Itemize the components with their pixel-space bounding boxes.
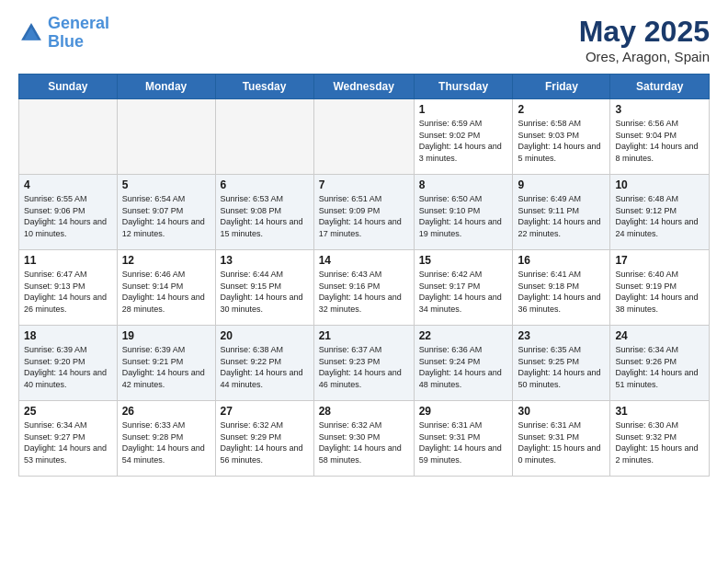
calendar-cell — [19, 99, 118, 175]
logo: General Blue — [18, 15, 109, 52]
day-info: Sunrise: 6:54 AM Sunset: 9:07 PM Dayligh… — [122, 193, 210, 239]
day-number: 18 — [24, 329, 112, 342]
calendar-cell: 27Sunrise: 6:32 AM Sunset: 9:29 PM Dayli… — [215, 401, 313, 477]
calendar-cell: 29Sunrise: 6:31 AM Sunset: 9:31 PM Dayli… — [414, 401, 513, 477]
calendar-cell — [117, 99, 215, 175]
day-number: 4 — [24, 178, 112, 191]
calendar-cell: 17Sunrise: 6:40 AM Sunset: 9:19 PM Dayli… — [610, 250, 710, 326]
calendar-cell: 15Sunrise: 6:42 AM Sunset: 9:17 PM Dayli… — [414, 250, 513, 326]
day-number: 19 — [122, 329, 210, 342]
day-info: Sunrise: 6:32 AM Sunset: 9:30 PM Dayligh… — [319, 419, 409, 465]
day-info: Sunrise: 6:35 AM Sunset: 9:25 PM Dayligh… — [518, 344, 605, 390]
col-wednesday: Wednesday — [313, 75, 414, 99]
day-info: Sunrise: 6:33 AM Sunset: 9:28 PM Dayligh… — [122, 419, 210, 465]
day-number: 11 — [24, 254, 112, 267]
day-info: Sunrise: 6:37 AM Sunset: 9:23 PM Dayligh… — [319, 344, 409, 390]
day-number: 1 — [419, 103, 508, 116]
day-number: 23 — [518, 329, 605, 342]
day-number: 24 — [615, 329, 704, 342]
month-title: May 2025 — [579, 15, 710, 49]
day-number: 31 — [615, 405, 704, 418]
calendar-cell: 21Sunrise: 6:37 AM Sunset: 9:23 PM Dayli… — [313, 326, 414, 401]
day-info: Sunrise: 6:48 AM Sunset: 9:12 PM Dayligh… — [615, 193, 704, 239]
day-info: Sunrise: 6:55 AM Sunset: 9:06 PM Dayligh… — [24, 193, 112, 239]
day-number: 15 — [419, 254, 508, 267]
calendar-week-2: 4Sunrise: 6:55 AM Sunset: 9:06 PM Daylig… — [19, 175, 710, 250]
day-number: 21 — [319, 329, 409, 342]
day-number: 28 — [319, 405, 409, 418]
day-number: 3 — [615, 103, 704, 116]
logo-line2: Blue — [48, 32, 84, 51]
day-number: 9 — [518, 178, 605, 191]
day-number: 13 — [221, 254, 309, 267]
day-number: 26 — [122, 405, 210, 418]
calendar-cell: 9Sunrise: 6:49 AM Sunset: 9:11 PM Daylig… — [513, 175, 610, 250]
day-number: 20 — [221, 329, 309, 342]
day-number: 5 — [122, 178, 210, 191]
day-info: Sunrise: 6:59 AM Sunset: 9:02 PM Dayligh… — [419, 118, 508, 164]
calendar-cell: 20Sunrise: 6:38 AM Sunset: 9:22 PM Dayli… — [215, 326, 313, 401]
col-tuesday: Tuesday — [215, 75, 313, 99]
day-info: Sunrise: 6:49 AM Sunset: 9:11 PM Dayligh… — [518, 193, 605, 239]
calendar-cell: 3Sunrise: 6:56 AM Sunset: 9:04 PM Daylig… — [610, 99, 710, 175]
day-info: Sunrise: 6:31 AM Sunset: 9:31 PM Dayligh… — [518, 419, 605, 465]
calendar-cell: 22Sunrise: 6:36 AM Sunset: 9:24 PM Dayli… — [414, 326, 513, 401]
calendar-cell: 11Sunrise: 6:47 AM Sunset: 9:13 PM Dayli… — [19, 250, 118, 326]
calendar-cell: 8Sunrise: 6:50 AM Sunset: 9:10 PM Daylig… — [414, 175, 513, 250]
day-info: Sunrise: 6:58 AM Sunset: 9:03 PM Dayligh… — [518, 118, 605, 164]
calendar-cell: 18Sunrise: 6:39 AM Sunset: 9:20 PM Dayli… — [19, 326, 118, 401]
calendar-cell: 12Sunrise: 6:46 AM Sunset: 9:14 PM Dayli… — [117, 250, 215, 326]
day-number: 17 — [615, 254, 704, 267]
calendar-cell: 2Sunrise: 6:58 AM Sunset: 9:03 PM Daylig… — [513, 99, 610, 175]
logo-icon — [18, 20, 44, 46]
day-info: Sunrise: 6:32 AM Sunset: 9:29 PM Dayligh… — [221, 419, 309, 465]
day-info: Sunrise: 6:30 AM Sunset: 9:32 PM Dayligh… — [615, 419, 704, 465]
day-info: Sunrise: 6:34 AM Sunset: 9:27 PM Dayligh… — [24, 419, 112, 465]
logo-line1: General — [48, 14, 109, 32]
day-number: 7 — [319, 178, 409, 191]
calendar-cell: 7Sunrise: 6:51 AM Sunset: 9:09 PM Daylig… — [313, 175, 414, 250]
logo-text: General Blue — [48, 15, 109, 52]
calendar-cell: 31Sunrise: 6:30 AM Sunset: 9:32 PM Dayli… — [610, 401, 710, 477]
calendar-cell: 1Sunrise: 6:59 AM Sunset: 9:02 PM Daylig… — [414, 99, 513, 175]
calendar-cell — [313, 99, 414, 175]
day-info: Sunrise: 6:46 AM Sunset: 9:14 PM Dayligh… — [122, 269, 210, 315]
day-number: 27 — [221, 405, 309, 418]
col-saturday: Saturday — [610, 75, 710, 99]
day-info: Sunrise: 6:41 AM Sunset: 9:18 PM Dayligh… — [518, 269, 605, 315]
page: General Blue May 2025 Ores, Aragon, Spai… — [0, 0, 728, 491]
col-thursday: Thursday — [414, 75, 513, 99]
day-info: Sunrise: 6:50 AM Sunset: 9:10 PM Dayligh… — [419, 193, 508, 239]
day-number: 25 — [24, 405, 112, 418]
calendar-week-5: 25Sunrise: 6:34 AM Sunset: 9:27 PM Dayli… — [19, 401, 710, 477]
header-row: Sunday Monday Tuesday Wednesday Thursday… — [19, 75, 710, 99]
day-number: 14 — [319, 254, 409, 267]
day-info: Sunrise: 6:39 AM Sunset: 9:21 PM Dayligh… — [122, 344, 210, 390]
day-number: 12 — [122, 254, 210, 267]
location-title: Ores, Aragon, Spain — [579, 49, 710, 64]
calendar-cell: 28Sunrise: 6:32 AM Sunset: 9:30 PM Dayli… — [313, 401, 414, 477]
day-info: Sunrise: 6:38 AM Sunset: 9:22 PM Dayligh… — [221, 344, 309, 390]
calendar-cell: 4Sunrise: 6:55 AM Sunset: 9:06 PM Daylig… — [19, 175, 118, 250]
calendar-cell: 6Sunrise: 6:53 AM Sunset: 9:08 PM Daylig… — [215, 175, 313, 250]
day-number: 2 — [518, 103, 605, 116]
day-info: Sunrise: 6:44 AM Sunset: 9:15 PM Dayligh… — [221, 269, 309, 315]
calendar-cell — [215, 99, 313, 175]
day-number: 8 — [419, 178, 508, 191]
title-block: May 2025 Ores, Aragon, Spain — [579, 15, 710, 64]
day-info: Sunrise: 6:40 AM Sunset: 9:19 PM Dayligh… — [615, 269, 704, 315]
day-number: 30 — [518, 405, 605, 418]
day-number: 22 — [419, 329, 508, 342]
calendar-cell: 5Sunrise: 6:54 AM Sunset: 9:07 PM Daylig… — [117, 175, 215, 250]
day-info: Sunrise: 6:53 AM Sunset: 9:08 PM Dayligh… — [221, 193, 309, 239]
calendar-cell: 25Sunrise: 6:34 AM Sunset: 9:27 PM Dayli… — [19, 401, 118, 477]
header: General Blue May 2025 Ores, Aragon, Spai… — [18, 15, 710, 64]
day-number: 29 — [419, 405, 508, 418]
calendar-cell: 10Sunrise: 6:48 AM Sunset: 9:12 PM Dayli… — [610, 175, 710, 250]
day-number: 16 — [518, 254, 605, 267]
calendar-cell: 30Sunrise: 6:31 AM Sunset: 9:31 PM Dayli… — [513, 401, 610, 477]
day-number: 10 — [615, 178, 704, 191]
col-monday: Monday — [117, 75, 215, 99]
day-info: Sunrise: 6:39 AM Sunset: 9:20 PM Dayligh… — [24, 344, 112, 390]
calendar-week-1: 1Sunrise: 6:59 AM Sunset: 9:02 PM Daylig… — [19, 99, 710, 175]
